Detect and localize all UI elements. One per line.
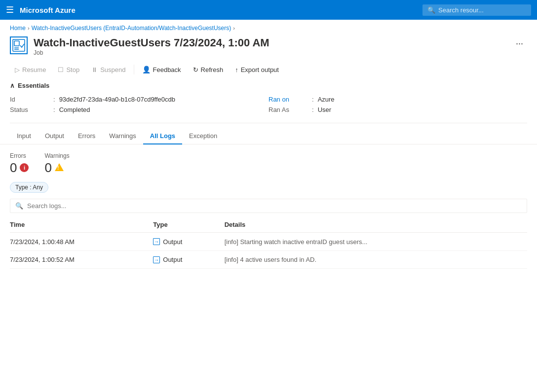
cell-time: 7/23/2024, 1:00:52 AM (10, 250, 153, 269)
table-row: 7/23/2024, 1:00:48 AM→Output[info] Start… (10, 233, 527, 251)
resume-button[interactable]: ▷ Resume (10, 64, 51, 76)
search-row: 🔍 (0, 197, 537, 217)
essentials-sep-ran-as: : (312, 106, 314, 113)
breadcrumb-parent[interactable]: Watch-InactiveGuestUsers (EntraID-Automa… (32, 25, 231, 32)
search-logs-input[interactable] (27, 202, 522, 210)
suspend-button[interactable]: ⏸ Suspend (86, 64, 130, 76)
divider-1 (10, 123, 527, 123)
toolbar: ▷ Resume ☐ Stop ⏸ Suspend 👤 Feedback ↻ R… (0, 60, 537, 82)
essentials-sep-status: : (53, 106, 55, 113)
essentials-left: Id : 93de2fd7-23da-49a0-b1c8-07cd9ffe0cd… (10, 94, 268, 115)
essentials-row-id: Id : 93de2fd7-23da-49a0-b1c8-07cd9ffe0cd… (10, 94, 268, 105)
tab-output[interactable]: Output (38, 127, 71, 144)
stats-row: Errors 0 i Warnings 0 (0, 144, 537, 178)
page-header: Watch-InactiveGuestUsers 7/23/2024, 1:00… (0, 35, 537, 60)
logs-table-container: Time Type Details 7/23/2024, 1:00:48 AM→… (0, 217, 537, 269)
page-title: Watch-InactiveGuestUsers 7/23/2024, 1:00… (34, 36, 506, 49)
tab-warnings[interactable]: Warnings (102, 127, 143, 144)
export-button[interactable]: ↑ Export output (230, 64, 284, 76)
suspend-icon: ⏸ (91, 66, 98, 73)
breadcrumb-home[interactable]: Home (10, 25, 26, 32)
stat-errors: Errors 0 i (10, 152, 29, 174)
type-icon: →Output (153, 256, 182, 263)
feedback-icon: 👤 (142, 66, 151, 73)
errors-value-row: 0 i (10, 161, 29, 174)
breadcrumb: Home › Watch-InactiveGuestUsers (EntraID… (0, 20, 537, 35)
type-label: Output (163, 238, 182, 246)
essentials-label-id: Id (10, 96, 49, 103)
breadcrumb-sep-1: › (28, 25, 30, 31)
essentials-row-ran-as: Ran As : User (268, 105, 527, 115)
search-box-icon: 🔍 (15, 202, 23, 210)
col-header-type: Type (153, 217, 224, 233)
essentials-value-ran-as: User (318, 106, 331, 113)
table-row: 7/23/2024, 1:00:52 AM→Output[info] 4 act… (10, 250, 527, 269)
tab-errors[interactable]: Errors (71, 127, 102, 144)
tab-exception[interactable]: Exception (182, 127, 224, 144)
essentials-section: ∧ Essentials Id : 93de2fd7-23da-49a0-b1c… (0, 82, 537, 123)
col-header-details: Details (225, 217, 527, 233)
type-icon-sq: → (153, 238, 160, 245)
detail-text: [info] 4 active users found in AD. (225, 256, 316, 263)
warning-icon (55, 163, 64, 172)
cell-type: →Output (153, 250, 224, 269)
stat-warnings: Warnings 0 (44, 152, 69, 174)
errors-label: Errors (10, 152, 29, 159)
svg-rect-1 (14, 41, 19, 46)
resume-icon: ▷ (15, 66, 20, 73)
errors-count: 0 (10, 161, 17, 174)
refresh-label: Refresh (201, 66, 224, 73)
type-label: Output (163, 256, 182, 263)
tab-all-logs[interactable]: All Logs (143, 127, 182, 144)
app-title: Microsoft Azure (20, 6, 417, 14)
toolbar-separator-1 (134, 65, 134, 74)
resume-label: Resume (22, 66, 46, 73)
feedback-label: Feedback (153, 66, 181, 73)
type-filter-chip[interactable]: Type : Any (10, 182, 48, 193)
essentials-row-status: Status : Completed (10, 105, 268, 115)
tabs-bar: Input Output Errors Warnings All Logs Ex… (0, 127, 537, 144)
hamburger-icon[interactable]: ☰ (6, 4, 14, 15)
type-icon: →Output (153, 238, 182, 246)
essentials-sep-ran-on: : (312, 96, 314, 103)
essentials-sep-id: : (53, 96, 55, 103)
essentials-value-ran-on: Azure (318, 96, 335, 103)
tab-input[interactable]: Input (10, 127, 38, 144)
warnings-value-row: 0 (44, 161, 69, 174)
error-icon: i (20, 163, 29, 172)
essentials-value-id: 93de2fd7-23da-49a0-b1c8-07cd9ffe0cdb (59, 96, 175, 103)
export-icon: ↑ (235, 66, 238, 73)
cell-details: [info] Starting watch inactive entraID g… (225, 233, 527, 251)
stop-icon: ☐ (58, 66, 64, 73)
essentials-right: Ran on : Azure Ran As : User (268, 94, 527, 115)
col-header-time: Time (10, 217, 153, 233)
search-icon: 🔍 (427, 6, 435, 14)
warnings-count: 0 (44, 161, 51, 174)
essentials-header[interactable]: ∧ Essentials (10, 82, 527, 89)
essentials-collapse-icon: ∧ (10, 82, 15, 89)
table-header-row: Time Type Details (10, 217, 527, 233)
job-icon-svg (12, 38, 26, 52)
refresh-button[interactable]: ↻ Refresh (188, 64, 229, 76)
type-icon-sq: → (153, 256, 160, 263)
essentials-value-status: Completed (59, 106, 90, 113)
essentials-label-ran-on: Ran on (268, 96, 308, 103)
stop-label: Stop (66, 66, 79, 73)
warnings-label: Warnings (44, 152, 69, 159)
global-search[interactable]: 🔍 Search resour... (422, 4, 531, 16)
stop-button[interactable]: ☐ Stop (53, 64, 84, 76)
page-header-info: Watch-InactiveGuestUsers 7/23/2024, 1:00… (34, 36, 506, 56)
main-content: Home › Watch-InactiveGuestUsers (EntraID… (0, 20, 537, 392)
search-placeholder-text: Search resour... (438, 6, 484, 14)
breadcrumb-sep-2: › (233, 25, 235, 31)
cell-time: 7/23/2024, 1:00:48 AM (10, 233, 153, 251)
refresh-icon: ↻ (193, 66, 198, 73)
feedback-button[interactable]: 👤 Feedback (137, 63, 186, 76)
top-bar: ☰ Microsoft Azure 🔍 Search resour... (0, 0, 537, 20)
cell-details: [info] 4 active users found in AD. (225, 250, 527, 269)
suspend-label: Suspend (100, 66, 125, 73)
export-label: Export output (241, 66, 279, 73)
more-options-button[interactable]: ··· (512, 36, 527, 51)
essentials-row-ran-on: Ran on : Azure (268, 94, 527, 105)
page-subtitle: Job (34, 49, 506, 56)
